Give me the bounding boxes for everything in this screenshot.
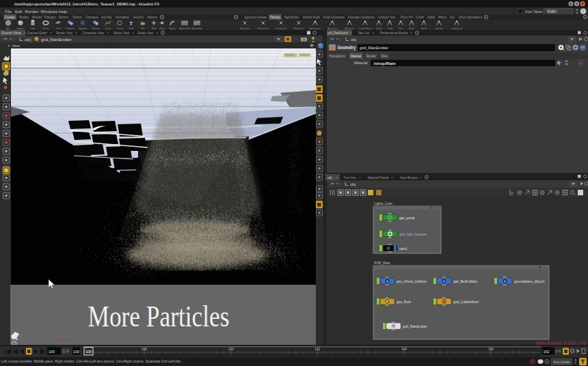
svg-text:Circle: Circle: [117, 27, 123, 30]
svg-text:Left mouse tumbles. Middle pa: Left mouse tumbles. Middle pans. Right d…: [1, 359, 182, 363]
svg-text:×: ×: [349, 31, 351, 35]
svg-text:Polygon: Polygon: [44, 15, 56, 19]
svg-text:gaz_BedCollider: gaz_BedCollider: [453, 280, 478, 283]
svg-text:File: File: [5, 10, 12, 14]
svg-text:Volume: Volume: [147, 15, 157, 19]
svg-text:Texture: Texture: [72, 15, 82, 19]
svg-text:Spaceship: Spaceship: [179, 27, 190, 30]
svg-text:Create: Create: [5, 15, 15, 19]
svg-text:Character: Character: [85, 15, 98, 19]
svg-text:Drive Simulation: Drive Simulation: [459, 15, 482, 19]
svg-text:Spaceship: Spaceship: [191, 27, 202, 30]
svg-text:Channel Editor: Channel Editor: [27, 31, 47, 35]
svg-text:groundplane_object1: groundplane_object1: [514, 280, 545, 283]
svg-text:Render: Render: [25, 10, 39, 14]
svg-text:More Particles: More Particles: [88, 299, 230, 333]
svg-text:grid_RainEmitter: grid_RainEmitter: [403, 325, 427, 328]
svg-text:×: ×: [372, 31, 374, 35]
svg-text:Geometry: Geometry: [338, 45, 356, 51]
svg-text:grid_RainEmitter: grid_RainEmitter: [328, 31, 348, 35]
svg-text:Box: Box: [6, 27, 10, 30]
svg-text:Flock: Flock: [409, 27, 414, 30]
svg-text:grid_RainEmitter: grid_RainEmitter: [41, 38, 72, 42]
svg-text:×: ×: [391, 175, 393, 180]
svg-text:Auto Update: Auto Update: [553, 360, 570, 364]
svg-text:Help: Help: [59, 10, 68, 14]
svg-text:): ): [31, 37, 32, 42]
svg-text:Render: Render: [366, 54, 376, 58]
svg-text:Tree View: Tree View: [344, 175, 356, 180]
svg-text:100: 100: [73, 350, 79, 354]
svg-text:×: ×: [75, 31, 77, 35]
svg-text:File: File: [141, 27, 145, 30]
svg-text:obj: obj: [25, 38, 30, 42]
svg-text:Wires: Wires: [438, 15, 446, 19]
svg-text:Curve: Curve: [105, 27, 111, 30]
svg-text:×: ×: [436, 207, 438, 210]
svg-text:Material Palette: Material Palette: [368, 175, 389, 180]
svg-text:Rivet: Rivet: [159, 27, 165, 30]
svg-text:Modify: Modify: [19, 15, 29, 19]
svg-text:Particle Fluids: Particle Fluids: [303, 15, 320, 19]
svg-text:Model: Model: [32, 15, 42, 19]
svg-text:156: 156: [488, 348, 494, 351]
svg-text:Auto Takes: Auto Takes: [525, 10, 542, 14]
svg-text:POP_Rain: POP_Rain: [374, 261, 390, 265]
svg-text:Platonic: Platonic: [66, 27, 75, 30]
svg-text:geo_Ghost_Collision: geo_Ghost_Collision: [397, 280, 427, 283]
svg-text:Drag: Drag: [387, 27, 392, 30]
svg-text:Sphere: Sphere: [17, 27, 25, 30]
svg-text:Composite View: Composite View: [82, 31, 104, 35]
svg-text:×: ×: [336, 175, 338, 180]
svg-text:Performance Monitor: Performance Monitor: [380, 31, 408, 35]
svg-text:Platonic: Platonic: [92, 27, 100, 30]
svg-text:Container Tools: Container Tools: [378, 15, 395, 19]
svg-text:Attract to: Attract to: [345, 27, 354, 30]
svg-text:Particles fr: Particles fr: [276, 27, 287, 30]
svg-text:Cloth: Cloth: [416, 15, 424, 19]
svg-text:Coral: Coral: [376, 27, 382, 30]
svg-text:Fur: Fur: [450, 15, 455, 19]
svg-text:Render View: Render View: [56, 31, 72, 35]
svg-text:162: 162: [544, 350, 550, 354]
svg-text:Main: Main: [547, 9, 557, 14]
svg-text:×: ×: [580, 61, 583, 66]
svg-text:View: View: [12, 44, 20, 48]
svg-text:Windows: Windows: [41, 10, 57, 14]
svg-text:Fan: Fan: [399, 27, 403, 30]
svg-text:×: ×: [50, 31, 52, 35]
svg-text:obj: obj: [351, 38, 356, 42]
svg-text:Collision d: Collision d: [451, 27, 462, 30]
svg-text:Grid: Grid: [56, 27, 61, 30]
svg-text:Torus: Torus: [43, 27, 49, 30]
svg-text:obj: obj: [328, 175, 332, 180]
svg-text:Scene View: Scene View: [1, 31, 21, 35]
svg-text:144: 144: [401, 348, 407, 351]
svg-text:Font: Font: [129, 27, 134, 30]
svg-text:Motion View: Motion View: [113, 31, 129, 35]
svg-text:Bones: Bones: [169, 27, 176, 30]
svg-text:Axis Force: Axis Force: [310, 27, 321, 30]
svg-text:Interact: Interact: [435, 27, 442, 30]
svg-text:×: ×: [132, 31, 134, 35]
svg-text:Fluid Containers: Fluid Containers: [323, 15, 345, 19]
svg-text:grid_ColliderRoof: grid_ColliderRoof: [453, 300, 479, 304]
svg-text:Animation: Animation: [116, 15, 129, 19]
svg-text:T: T: [129, 20, 133, 27]
svg-text:grid_light_boxware: grid_light_boxware: [399, 233, 427, 236]
svg-text:Particles fr: Particles fr: [258, 27, 269, 30]
svg-text:×: ×: [420, 175, 422, 180]
svg-text:Transform: Transform: [329, 54, 345, 58]
svg-text:×: ×: [107, 31, 109, 35]
svg-text:Lsystem: Lsystem: [79, 27, 88, 30]
svg-text:Auto Rig: Auto Rig: [101, 15, 111, 19]
svg-text:Take List: Take List: [358, 31, 370, 35]
svg-text:Fireworks: Fireworks: [240, 27, 250, 30]
svg-text:Force: Force: [421, 27, 427, 30]
svg-text:Cloud FX: Cloud FX: [133, 15, 144, 19]
svg-text:y: y: [60, 329, 62, 333]
svg-text:Curve Force: Curve Force: [359, 27, 372, 30]
svg-text:Lights and Cameras: Lights and Cameras: [244, 15, 267, 19]
svg-text:/mnt/hq/projects/tari/Work/H13: /mnt/hq/projects/tari/Work/H13_Intro/H13…: [14, 2, 159, 6]
svg-text:Particles fr: Particles fr: [293, 27, 305, 30]
